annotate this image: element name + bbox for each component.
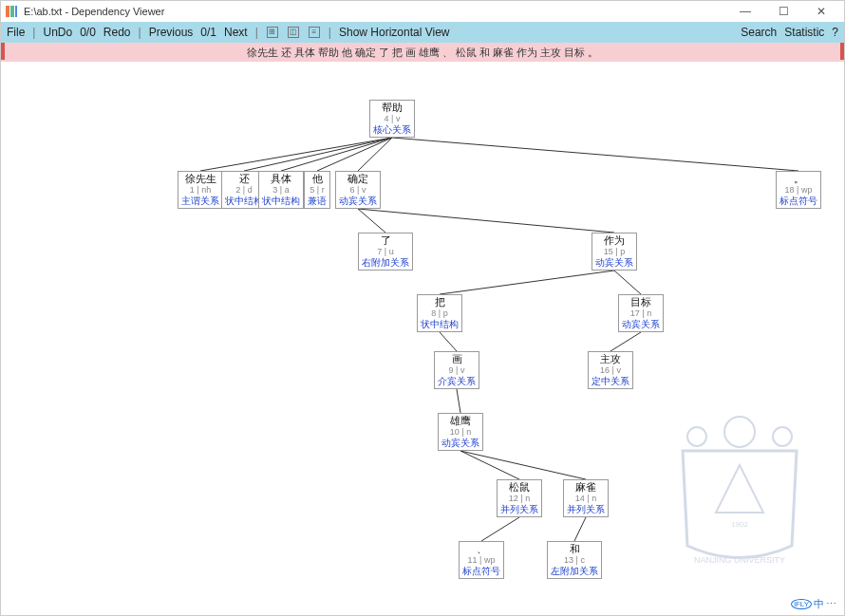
tree-node-n10[interactable]: 雄鹰10 | n动宾关系 xyxy=(438,413,483,451)
tree-node-n15[interactable]: 作为15 | p动宾关系 xyxy=(592,233,637,271)
tree-node-n14[interactable]: 麻雀14 | n并列关系 xyxy=(563,479,609,517)
menubar: File | UnDo 0/0 Redo | Previous 0/1 Next… xyxy=(1,22,844,43)
tree-node-n7[interactable]: 了7 | u右附加关系 xyxy=(358,233,413,271)
view-toggle-3-icon[interactable]: ≡ xyxy=(309,27,320,38)
node-relation: 动宾关系 xyxy=(441,438,479,449)
edge xyxy=(358,209,385,233)
edge xyxy=(460,451,519,479)
node-word: 作为 xyxy=(595,234,633,247)
node-word: 了 xyxy=(362,234,409,247)
window-title: E:\ab.txt - Dependency Viewer xyxy=(24,6,164,17)
edge xyxy=(281,138,392,171)
sentence-strip: 徐先生 还 具体 帮助 他 确定 了 把 画 雄鹰 、 松鼠 和 麻雀 作为 主… xyxy=(1,43,844,62)
tree-node-n6[interactable]: 确定6 | v动宾关系 xyxy=(335,171,381,209)
edge xyxy=(481,517,519,541)
edge xyxy=(440,271,614,294)
tree-node-n13[interactable]: 和13 | c左附加关系 xyxy=(547,541,602,579)
node-word: 和 xyxy=(551,543,598,555)
node-meta: 3 | a xyxy=(262,185,300,196)
tree-node-n8[interactable]: 把8 | p状中结构 xyxy=(417,294,462,332)
node-word: 帮助 xyxy=(373,102,411,114)
edge xyxy=(440,332,457,351)
menu-next[interactable]: Next xyxy=(224,26,248,39)
menu-show-horizontal[interactable]: Show Horizontal View xyxy=(339,26,450,39)
tree-node-n4[interactable]: 帮助4 | v核心关系 xyxy=(369,100,415,138)
node-meta: 5 | r xyxy=(308,185,327,196)
sentence-text: 徐先生 还 具体 帮助 他 确定 了 把 画 雄鹰 、 松鼠 和 麻雀 作为 主… xyxy=(247,46,599,60)
minimize-button[interactable]: — xyxy=(726,1,764,22)
edge xyxy=(317,138,392,171)
ime-more-icon: ⋯ xyxy=(826,598,836,610)
node-meta: 12 | n xyxy=(500,494,538,504)
maximize-button[interactable]: ☐ xyxy=(764,1,802,22)
menu-search[interactable]: Search xyxy=(741,26,777,39)
ime-badge[interactable]: iFLY 中 ⋯ xyxy=(791,597,836,611)
edge xyxy=(574,517,586,541)
edge xyxy=(244,138,392,171)
menu-redo[interactable]: Redo xyxy=(103,26,131,39)
node-word: 徐先生 xyxy=(181,173,219,185)
ime-ifly-icon: iFLY xyxy=(791,599,812,609)
node-word: 画 xyxy=(438,353,476,365)
node-relation: 动宾关系 xyxy=(622,319,660,330)
edge xyxy=(200,138,392,171)
node-relation: 动宾关系 xyxy=(339,196,377,207)
menu-undo[interactable]: UnDo xyxy=(43,26,72,39)
tree-canvas[interactable]: 1902 NANJING UNIVERSITY iFLY 中 ⋯ 帮助4 | v… xyxy=(1,62,844,615)
node-relation: 右附加关系 xyxy=(362,257,409,269)
node-relation: 标点符号 xyxy=(462,566,500,577)
node-relation: 定中关系 xyxy=(592,376,629,387)
node-relation: 主谓关系 xyxy=(181,196,219,207)
edge xyxy=(457,389,460,413)
svg-point-5 xyxy=(773,427,792,446)
watermark-logo: 1902 NANJING UNIVERSITY xyxy=(664,413,816,577)
edge xyxy=(610,332,641,351)
node-meta: 8 | p xyxy=(421,308,459,319)
tree-node-n3[interactable]: 具体3 | a状中结构 xyxy=(258,171,304,209)
node-meta: 14 | n xyxy=(567,494,605,504)
node-word: 松鼠 xyxy=(500,481,538,494)
svg-rect-1 xyxy=(10,6,14,17)
menu-previous[interactable]: Previous xyxy=(149,26,194,39)
edge xyxy=(614,271,641,294)
tree-node-n12[interactable]: 松鼠12 | n并列关系 xyxy=(497,479,542,517)
tree-node-n17[interactable]: 目标17 | n动宾关系 xyxy=(618,294,664,332)
svg-text:1902: 1902 xyxy=(731,520,748,529)
edge xyxy=(358,209,614,233)
node-meta: 16 | v xyxy=(592,365,629,376)
tree-node-n5[interactable]: 他5 | r兼语 xyxy=(304,171,330,209)
view-toggle-2-icon[interactable]: ◫ xyxy=(288,27,299,38)
close-button[interactable]: ✕ xyxy=(802,1,840,22)
app-window: E:\ab.txt - Dependency Viewer — ☐ ✕ File… xyxy=(0,0,845,616)
svg-rect-2 xyxy=(15,6,17,17)
node-word: 麻雀 xyxy=(567,481,605,494)
tree-node-n16[interactable]: 主攻16 | v定中关系 xyxy=(588,351,633,389)
tree-node-n1[interactable]: 徐先生1 | nh主谓关系 xyxy=(178,171,223,209)
node-meta: 4 | v xyxy=(373,114,411,124)
node-meta: 17 | n xyxy=(622,308,660,319)
svg-text:NANJING UNIVERSITY: NANJING UNIVERSITY xyxy=(694,555,785,565)
node-meta: 7 | u xyxy=(362,247,409,257)
node-meta: 6 | v xyxy=(339,185,377,196)
tree-node-n9[interactable]: 画9 | v介宾关系 xyxy=(434,351,479,389)
tree-node-n11[interactable]: 、11 | wp标点符号 xyxy=(459,541,504,579)
undo-counter: 0/0 xyxy=(80,26,96,39)
tree-node-n18[interactable]: 。18 | wp标点符号 xyxy=(776,171,821,209)
node-word: 。 xyxy=(779,173,817,185)
node-relation: 核心关系 xyxy=(373,124,411,136)
right-marker xyxy=(840,43,844,60)
node-relation: 介宾关系 xyxy=(438,376,476,387)
node-word: 确定 xyxy=(339,173,377,185)
menu-file[interactable]: File xyxy=(7,26,25,39)
menu-help[interactable]: ? xyxy=(832,26,838,39)
edge xyxy=(358,138,392,171)
node-meta: 18 | wp xyxy=(779,185,817,196)
menu-statistic[interactable]: Statistic xyxy=(784,26,824,39)
node-relation: 标点符号 xyxy=(779,196,817,207)
node-meta: 9 | v xyxy=(438,365,476,376)
node-word: 还 xyxy=(225,173,263,185)
node-meta: 1 | nh xyxy=(181,185,219,196)
node-relation: 左附加关系 xyxy=(551,566,598,577)
left-marker xyxy=(1,43,5,60)
view-toggle-1-icon[interactable]: ⊞ xyxy=(267,27,278,38)
